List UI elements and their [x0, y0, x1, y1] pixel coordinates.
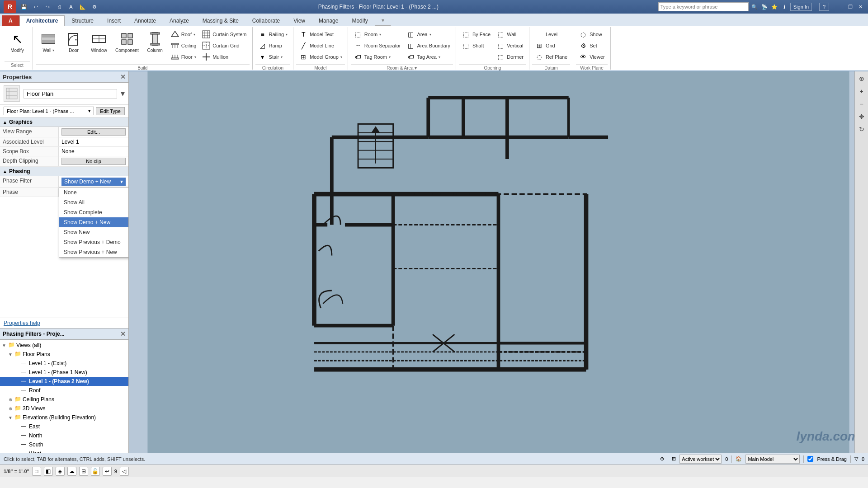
tree-level1-phase1[interactable]: — Level 1 - (Phase 1 New): [0, 368, 128, 377]
signin-btn[interactable]: Sign In: [790, 3, 812, 11]
tree-views-all[interactable]: ▼ 📁 Views (all): [0, 341, 128, 350]
phase-option-show-all[interactable]: Show All: [59, 197, 128, 207]
quick-access-undo[interactable]: ↩: [32, 3, 40, 11]
quick-access-print[interactable]: 🖨: [55, 3, 63, 11]
tree-south[interactable]: — South: [0, 440, 128, 449]
phase-option-none[interactable]: None: [59, 188, 128, 197]
project-browser-close-btn[interactable]: ✕: [120, 330, 126, 338]
canvas-area[interactable]: lynda.com ⊕ + − ✥ ↻: [129, 71, 868, 453]
wall-arrow[interactable]: ▾: [52, 48, 54, 52]
rotate-btn[interactable]: ↻: [856, 124, 867, 135]
wall-btn[interactable]: Wall ▾: [37, 29, 60, 54]
ceiling-btn[interactable]: Ceiling: [169, 40, 198, 51]
door-btn[interactable]: Door: [62, 29, 85, 54]
tree-expand-3d[interactable]: ⊕: [7, 406, 14, 411]
show-btn[interactable]: ◌ Show: [577, 29, 606, 40]
view-range-edit-btn[interactable]: Edit...: [61, 128, 126, 136]
vertical-btn[interactable]: ⬚ Vertical: [494, 40, 525, 51]
workset-selector[interactable]: Active workset: [679, 455, 722, 464]
model-graphic-style-btn[interactable]: ◈: [56, 467, 65, 476]
component-btn[interactable]: Component: [113, 29, 142, 54]
tree-expand-elevations[interactable]: ▼: [7, 415, 14, 420]
depth-clipping-btn[interactable]: No clip: [61, 158, 126, 165]
quick-access-annotate[interactable]: A: [67, 3, 75, 11]
depth-clipping-value[interactable]: No clip: [59, 156, 128, 166]
tree-west[interactable]: — West: [0, 449, 128, 453]
zoom-in-btn[interactable]: +: [856, 86, 867, 97]
tag-area-btn[interactable]: 🏷 Tag Area ▾: [405, 52, 452, 62]
type-dropdown-btn[interactable]: ▾: [121, 89, 125, 99]
show-crop-btn[interactable]: ⊟: [79, 467, 88, 476]
model-group-btn[interactable]: ⊞ Model Group ▾: [297, 52, 344, 62]
level-btn[interactable]: — Level: [533, 29, 569, 40]
ramp-btn[interactable]: ◿ Ramp: [256, 40, 290, 51]
edit-type-btn[interactable]: Edit Type: [96, 107, 125, 115]
info-center[interactable]: ℹ: [780, 3, 788, 11]
phase-option-show-new[interactable]: Show New: [59, 227, 128, 237]
model-line-btn[interactable]: ╱ Model Line: [297, 40, 344, 51]
mullion-btn[interactable]: Mullion: [200, 52, 248, 62]
communication-center[interactable]: 📡: [760, 3, 769, 11]
tab-massing[interactable]: Massing & Site: [196, 15, 245, 26]
area-btn[interactable]: ◫ Area ▾: [405, 29, 452, 40]
press-drag-checkbox[interactable]: [807, 456, 813, 462]
graphics-section-header[interactable]: ▲ Graphics: [0, 117, 128, 127]
model-text-btn[interactable]: T Model Text: [297, 29, 344, 40]
view-range-value[interactable]: Edit...: [59, 127, 128, 137]
stair-btn[interactable]: ▾ Stair ▾: [256, 52, 290, 62]
tag-room-btn[interactable]: 🏷 Tag Room ▾: [352, 52, 403, 62]
tree-north[interactable]: — North: [0, 431, 128, 440]
quick-access-redo[interactable]: ↪: [43, 3, 52, 11]
area-boundary-btn[interactable]: ◫ Area Boundary: [405, 40, 452, 51]
viewer-btn[interactable]: 👁 Viewer: [577, 52, 606, 62]
pan-btn[interactable]: ✥: [856, 111, 867, 122]
properties-help-link[interactable]: Properties help: [4, 320, 40, 326]
tree-level1-exist[interactable]: — Level 1 - (Exist): [0, 359, 128, 368]
shaft-btn[interactable]: ⬚ Shaft: [460, 40, 492, 51]
phase-filter-dropdown[interactable]: Show Demo + New ▾: [61, 178, 126, 186]
tab-collaborate[interactable]: Collaborate: [245, 15, 287, 26]
minimize-btn[interactable]: −: [836, 3, 844, 11]
by-face-btn[interactable]: ⬚ By Face: [460, 29, 492, 40]
tree-floor-plans[interactable]: ▼ 📁 Floor Plans: [0, 350, 128, 359]
tab-insert[interactable]: Insert: [100, 15, 127, 26]
quick-access-measure[interactable]: 📐: [79, 3, 87, 11]
tree-level1-phase2[interactable]: — Level 1 - (Phase 2 New): [0, 377, 128, 386]
tab-annotate[interactable]: Annotate: [127, 15, 163, 26]
zoom-to-fit-btn[interactable]: ⊕: [856, 73, 867, 84]
tree-expand-views[interactable]: ▼: [1, 343, 7, 348]
view-scale-btn[interactable]: □: [32, 467, 41, 476]
tab-view[interactable]: View: [287, 15, 312, 26]
subscription-center[interactable]: ⭐: [770, 3, 778, 11]
save-orient-btn[interactable]: ↩: [103, 467, 112, 476]
tree-east[interactable]: — East: [0, 422, 128, 431]
tree-elevations[interactable]: ▼ 📁 Elevations (Building Elevation): [0, 413, 128, 422]
window-btn[interactable]: Window: [87, 29, 111, 54]
phase-option-show-demo-new[interactable]: Show Demo + New: [59, 217, 128, 227]
model-selector[interactable]: Main Model: [745, 455, 800, 464]
properties-close-btn[interactable]: ✕: [120, 73, 126, 80]
room-separator-btn[interactable]: ╌ Room Separator: [352, 40, 403, 51]
curtain-grid-btn[interactable]: Curtain Grid: [200, 40, 248, 51]
set-btn[interactable]: ⚙ Set: [577, 40, 606, 51]
tab-manage[interactable]: Manage: [312, 15, 345, 26]
curtain-system-btn[interactable]: Curtain System: [200, 29, 248, 40]
quick-access-settings[interactable]: ⚙: [90, 3, 99, 11]
maximize-btn[interactable]: ❐: [846, 3, 854, 11]
tree-3d-views[interactable]: ⊕ 📁 3D Views: [0, 404, 128, 413]
roof-btn[interactable]: Roof ▾: [169, 29, 198, 40]
phase-option-show-prev-demo[interactable]: Show Previous + Demo: [59, 237, 128, 247]
keyword-search[interactable]: [658, 2, 749, 11]
phase-option-show-prev-new[interactable]: Show Previous + New: [59, 247, 128, 257]
wall-opening-btn[interactable]: ⬚ Wall: [494, 29, 525, 40]
search-btn[interactable]: 🔍: [750, 3, 759, 11]
unlock-crop-btn[interactable]: 🔓: [91, 467, 100, 476]
quick-access-save[interactable]: 💾: [20, 3, 28, 11]
ref-plane-btn[interactable]: ◌ Ref Plane: [533, 52, 569, 62]
phase-option-show-complete[interactable]: Show Complete: [59, 207, 128, 217]
tree-roof[interactable]: — Roof: [0, 386, 128, 395]
view-selector-dropdown[interactable]: Floor Plan: Level 1 - (Phase ... ▾: [4, 107, 94, 115]
tab-architecture[interactable]: Architecture: [19, 15, 65, 26]
modify-btn[interactable]: ↖ Modify: [5, 29, 29, 54]
roof-arrow[interactable]: ▾: [193, 33, 195, 37]
